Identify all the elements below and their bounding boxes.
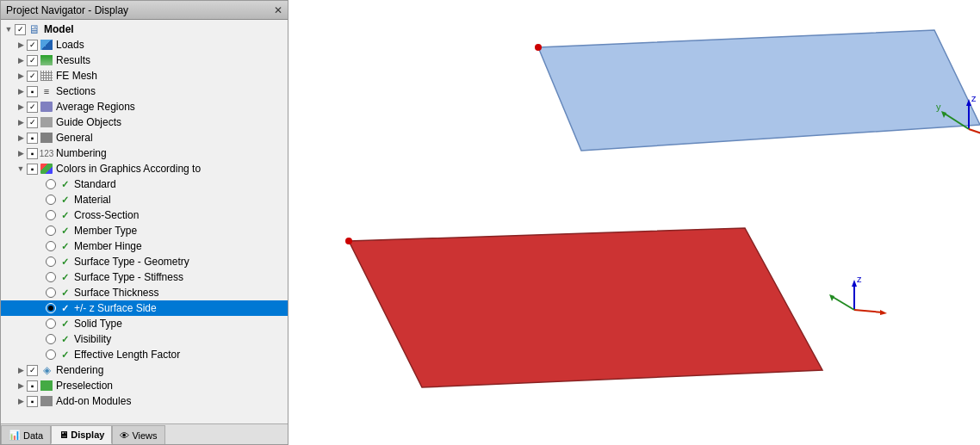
- tree-item-material[interactable]: ▶ ✓ Material: [1, 192, 288, 207]
- checkbox-results[interactable]: [27, 55, 38, 66]
- radio-surfside[interactable]: [46, 303, 56, 313]
- svg-text:z: z: [857, 274, 862, 284]
- radio-crosssection[interactable]: [46, 210, 56, 220]
- expand-icon[interactable]: ▼: [3, 23, 15, 35]
- tree-item-solidtype[interactable]: ▶ ✓ Solid Type: [1, 316, 288, 331]
- radio-surfgeo[interactable]: [46, 256, 56, 267]
- checkbox-guideobj[interactable]: [27, 117, 38, 128]
- tree-item-sections[interactable]: ▶ ≡ Sections: [1, 83, 288, 99]
- tree-label-visibility: Visibility: [74, 333, 111, 345]
- tree-label-general: General: [56, 132, 93, 144]
- tree-item-surfstiff[interactable]: ▶ ✓ Surface Type - Stiffness: [1, 269, 288, 285]
- checkmark-icon: ✓: [58, 302, 71, 314]
- checkbox-presel[interactable]: [27, 380, 38, 392]
- tree-item-guideobj[interactable]: ▶ Guide Objects: [1, 114, 288, 130]
- svg-text:z: z: [971, 93, 977, 103]
- tab-data[interactable]: 📊 Data: [1, 425, 51, 444]
- addon-icon: [40, 395, 53, 407]
- checkmark-icon: ✓: [58, 209, 71, 221]
- expand-icon[interactable]: ▼: [15, 163, 27, 175]
- avgregions-icon: [40, 101, 53, 113]
- checkmark-icon: ✓: [58, 256, 71, 268]
- tree-label-avgregions: Average Regions: [56, 101, 135, 113]
- checkmark-icon: ✓: [58, 271, 71, 283]
- checkbox-loads[interactable]: [27, 40, 38, 51]
- checkbox-rendering[interactable]: [27, 365, 38, 376]
- tree-item-membertype[interactable]: ▶ ✓ Member Type: [1, 223, 288, 238]
- tree-item-numbering[interactable]: ▶ 123 Numbering: [1, 145, 288, 161]
- radio-surfstiff[interactable]: [46, 272, 56, 282]
- data-tab-label: Data: [23, 430, 43, 441]
- radio-material[interactable]: [46, 195, 56, 205]
- expand-icon[interactable]: ▶: [15, 364, 27, 376]
- tree-item-colors[interactable]: ▼ Colors in Graphics According to: [1, 161, 288, 176]
- radio-standard[interactable]: [46, 179, 56, 189]
- radio-membertype[interactable]: [46, 226, 56, 236]
- expand-icon[interactable]: ▶: [15, 147, 27, 159]
- checkmark-icon: ✓: [58, 240, 71, 252]
- radio-visibility[interactable]: [46, 334, 56, 344]
- tree-item-efflen[interactable]: ▶ ✓ Effective Length Factor: [1, 347, 288, 362]
- svg-text:y: y: [936, 102, 941, 112]
- tree-label-standard: Standard: [74, 178, 116, 190]
- viewport-canvas: z y x z: [288, 0, 980, 445]
- svg-point-19: [535, 44, 542, 51]
- tree-label-sections: Sections: [56, 85, 96, 97]
- expand-icon[interactable]: ▶: [15, 101, 27, 113]
- tree-label-memberhinge: Member Hinge: [74, 240, 142, 252]
- tree-item-visibility[interactable]: ▶ ✓ Visibility: [1, 331, 288, 347]
- tree-label-rendering: Rendering: [56, 364, 103, 376]
- tree-item-avgregions[interactable]: ▶ Average Regions: [1, 99, 288, 114]
- checkbox-colors[interactable]: [27, 164, 38, 175]
- tree-label-model: Model: [44, 23, 74, 35]
- checkbox-sections[interactable]: [27, 86, 38, 97]
- loads-icon: [40, 39, 53, 51]
- tree-item-addon[interactable]: ▶ Add-on Modules: [1, 393, 288, 409]
- checkbox-addon[interactable]: [27, 396, 38, 407]
- checkmark-icon: ✓: [58, 333, 71, 345]
- checkbox-model[interactable]: [15, 24, 26, 35]
- display-tab-label: Display: [71, 430, 104, 440]
- expand-icon[interactable]: ▶: [15, 70, 27, 82]
- checkmark-icon: ✓: [58, 318, 71, 330]
- tree-item-surfgeo[interactable]: ▶ ✓ Surface Type - Geometry: [1, 254, 288, 269]
- expand-icon[interactable]: ▶: [15, 116, 27, 128]
- checkbox-numbering[interactable]: [27, 148, 38, 159]
- colors-icon: [40, 163, 53, 175]
- femesh-icon: [40, 70, 53, 82]
- radio-memberhinge[interactable]: [46, 241, 56, 251]
- expand-icon[interactable]: ▶: [15, 132, 27, 144]
- tree-item-crosssection[interactable]: ▶ ✓ Cross-Section: [1, 207, 288, 223]
- tree-item-general[interactable]: ▶ General: [1, 130, 288, 145]
- tab-display[interactable]: 🖥 Display: [51, 425, 112, 444]
- model-icon: 🖥: [28, 23, 41, 35]
- tree-item-femesh[interactable]: ▶ FE Mesh: [1, 68, 288, 83]
- tree-item-presel[interactable]: ▶ Preselection: [1, 378, 288, 393]
- checkbox-femesh[interactable]: [27, 71, 38, 82]
- tree-label-surfside: +/- z Surface Side: [74, 302, 157, 314]
- tab-views[interactable]: 👁 Views: [112, 425, 164, 444]
- general-icon: [40, 132, 53, 144]
- tree-item-results[interactable]: ▶ Results: [1, 53, 288, 68]
- expand-icon[interactable]: ▶: [15, 380, 27, 392]
- tree-item-memberhinge[interactable]: ▶ ✓ Member Hinge: [1, 238, 288, 254]
- viewport[interactable]: z y x z: [288, 0, 980, 445]
- tree-item-model[interactable]: ▼ 🖥 Model: [1, 22, 288, 37]
- tree-item-standard[interactable]: ▶ ✓ Standard: [1, 176, 288, 192]
- expand-icon[interactable]: ▶: [15, 395, 27, 407]
- tree-item-rendering[interactable]: ▶ ◈ Rendering: [1, 362, 288, 378]
- expand-icon[interactable]: ▶: [15, 39, 27, 51]
- radio-surfthick[interactable]: [46, 287, 56, 298]
- radio-efflen[interactable]: [46, 349, 56, 360]
- expand-icon[interactable]: ▶: [15, 54, 27, 66]
- checkbox-avgregions[interactable]: [27, 102, 38, 113]
- tree-item-loads[interactable]: ▶ Loads: [1, 37, 288, 53]
- close-button[interactable]: ✕: [274, 5, 282, 15]
- numbering-icon: 123: [40, 147, 53, 159]
- expand-icon[interactable]: ▶: [15, 85, 27, 97]
- radio-solidtype[interactable]: [46, 318, 56, 329]
- svg-marker-2: [349, 228, 822, 387]
- tree-item-surfside[interactable]: ▶ ✓ +/- z Surface Side: [1, 300, 288, 316]
- tree-item-surfthick[interactable]: ▶ ✓ Surface Thickness: [1, 285, 288, 300]
- checkbox-general[interactable]: [27, 133, 38, 144]
